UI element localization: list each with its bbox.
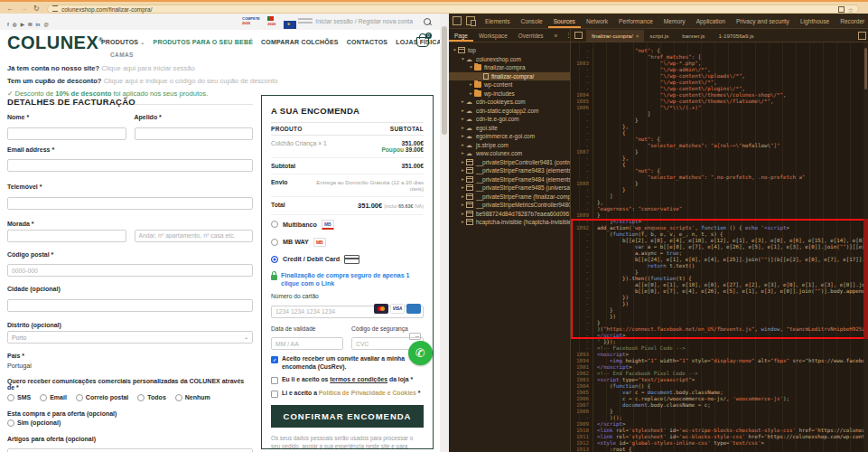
file-tree-item[interactable]: ▾finalizar-compra <box>449 63 570 72</box>
file-tree-item[interactable]: ▸__privateStripeFrame9484 (elements-inne… <box>449 175 570 184</box>
file-tree-item[interactable]: ▸egoi.site <box>449 124 570 133</box>
last-name-field[interactable] <box>135 127 254 140</box>
comms-radio[interactable]: SMS <box>7 394 31 401</box>
terms-checkbox[interactable]: Eu li e aceito os termos e condições da … <box>271 376 424 384</box>
site-logo[interactable]: COLUNEX® <box>7 33 103 53</box>
page-scrollbar[interactable] <box>440 14 449 452</box>
scrollbar-thumb[interactable] <box>864 48 867 89</box>
city-field[interactable] <box>7 299 253 312</box>
devtools-tab[interactable]: Memory <box>658 14 691 28</box>
comms-radio[interactable]: Todos <box>137 394 165 401</box>
comms-radio[interactable]: Nenhum <box>175 394 210 401</box>
address-field[interactable] <box>7 230 126 242</box>
devtools-tab[interactable]: Network <box>581 14 613 28</box>
privacy-checkbox[interactable]: Li e aceito a Política de Privacidade e … <box>271 390 424 398</box>
review-invite-checkbox[interactable]: ✓Aceito receber um convite avaliar a min… <box>271 355 424 371</box>
file-tree-item[interactable]: ▸__privateStripeFrame9485 (universal-lin… <box>449 184 570 193</box>
devtools-tab[interactable]: Recorder <box>835 14 868 28</box>
editor-overflow-icon[interactable] <box>858 32 866 40</box>
inspect-element-icon[interactable] <box>453 16 462 25</box>
payment-option[interactable]: MultibancoMB <box>271 215 424 233</box>
tree-node-icon <box>466 184 473 191</box>
devtools-tab[interactable]: Console <box>516 14 548 28</box>
comms-radio[interactable]: Email <box>40 394 67 401</box>
file-tree-item[interactable]: ▸__privateStripeController9481 (controll… <box>449 158 570 167</box>
close-icon[interactable]: × <box>636 33 639 39</box>
device-toolbar-icon[interactable] <box>466 16 475 25</box>
file-tree-item[interactable]: ▸wp-content <box>449 80 570 89</box>
nav-submenu-camas[interactable]: CAMAS <box>110 52 134 58</box>
bookmark-star-icon[interactable]: ☆ <box>848 7 854 14</box>
file-tree-item[interactable]: ▸cdn-te.e-goi.com <box>449 115 570 124</box>
file-tab[interactable]: script.js <box>644 30 677 42</box>
comms-radio[interactable]: Correio postal <box>76 394 128 401</box>
file-tree-item[interactable]: ▸wp-includes <box>449 89 570 99</box>
file-tree-item[interactable]: ▸cdn-cookieyes.com <box>449 98 570 107</box>
file-tree-item[interactable]: ▸js.stripe.com <box>449 141 570 150</box>
login-link[interactable]: Iniciar sessão / Registar nova conta <box>315 14 413 30</box>
file-tree-item[interactable]: ▸egoimmerce.e-goi.com <box>449 132 570 141</box>
forward-icon[interactable]: → <box>20 4 27 14</box>
devtools-tab[interactable]: Sources <box>548 14 581 28</box>
reload-icon[interactable]: ↻ <box>33 4 40 14</box>
file-tree-item[interactable]: ▸hcaptcha-invisible (hcaptcha-invisible-… <box>449 218 570 227</box>
col-subtotal: SUBTOTAL <box>390 126 424 132</box>
email-field[interactable] <box>7 159 253 172</box>
file-tree-item[interactable]: ▸__privateStripeFrame9483 (elements-inne… <box>449 166 570 175</box>
back-icon[interactable]: ← <box>6 4 14 14</box>
devtools-tab[interactable]: Application <box>691 14 731 28</box>
file-tree-item[interactable]: ▾colunexshop.com <box>449 55 570 64</box>
payment-option[interactable]: Credit / Debit Card <box>271 250 424 268</box>
gift-yes-radio[interactable]: Sim (opcional) <box>7 419 253 427</box>
tree-node-icon <box>466 176 473 183</box>
address2-field[interactable] <box>135 230 254 242</box>
privacy-link[interactable]: Política de Privacidade e Cookies <box>319 390 416 396</box>
code-editor[interactable]: - "not": {- "href_matches": [1883 "\/wp-… <box>571 42 868 452</box>
navigator-tab[interactable]: Page <box>449 30 473 42</box>
district-select[interactable]: Porto⌄ <box>7 331 253 344</box>
postcode-field[interactable] <box>7 264 253 277</box>
devtools-tab[interactable]: Lighthouse <box>795 14 835 28</box>
file-tab[interactable]: finalizar-compra/× <box>586 30 644 42</box>
file-tree-item[interactable]: finalizar-compra/ <box>449 72 570 81</box>
gift-items-field[interactable] <box>7 448 253 452</box>
scrollbar-thumb[interactable] <box>442 26 447 135</box>
expiry-field[interactable] <box>271 337 343 350</box>
file-tree-item[interactable]: ▸__privateStripeMetricsController9480 (m… <box>449 201 570 210</box>
navigator-tab[interactable]: Overrides <box>513 30 549 42</box>
devtools-tab[interactable]: Elements <box>480 14 516 28</box>
coupon-toggle-link[interactable]: Clique aqui e indique o código do seu cu… <box>104 77 278 85</box>
file-tree-item[interactable]: ▾top <box>449 46 570 55</box>
file-tree-item[interactable]: ▸be988724d84d78287b7eaea60d0967d8 (final… <box>449 210 570 219</box>
nav-item[interactable]: COMPARAR COLCHÕES <box>261 39 339 45</box>
terms-link[interactable]: termos e condições <box>330 376 387 382</box>
phone-field[interactable] <box>7 197 253 210</box>
cart-icon[interactable]: 0 <box>416 37 429 47</box>
tree-arrow-icon: ▸ <box>468 89 474 99</box>
code-line: -<!-- Facebook Pixel Code --> <box>571 345 868 352</box>
address-bar[interactable]: colunexshop.com/finalizar-compra/ ☆ <box>47 5 859 14</box>
file-tab[interactable]: banner.js <box>677 30 713 42</box>
navigator-tab[interactable]: Workspace <box>473 30 513 42</box>
login-toggle-link[interactable]: Clique aqui para iniciar sessão <box>101 64 194 72</box>
confirm-order-button[interactable]: CONFIRMAR ENCOMENDA <box>271 405 424 428</box>
translate-icon[interactable] <box>838 6 845 13</box>
devtools-tab[interactable]: Performance <box>613 14 658 28</box>
file-tab[interactable]: 1-197056a9.js <box>713 30 761 42</box>
site-settings-icon[interactable] <box>52 5 58 12</box>
navigator-tab-bar: PageWorkspaceOverrides» ⋮ <box>449 29 571 42</box>
search-icon[interactable] <box>424 18 431 25</box>
file-tree-item[interactable]: ▸__privateStripeFrame (finalizar-compra/… <box>449 193 570 202</box>
file-tree-item[interactable]: ▸cdn-static.egoiapp2.com <box>449 107 570 116</box>
nav-item[interactable]: PRODUTOS ⌄ <box>101 39 145 45</box>
editor-scrollbar[interactable] <box>863 42 868 452</box>
whatsapp-button[interactable]: ✆ <box>408 341 433 365</box>
first-name-field[interactable] <box>7 127 126 140</box>
toggle-navigator-icon[interactable] <box>574 32 583 39</box>
navigator-tab[interactable]: » <box>549 30 564 42</box>
devtools-tab[interactable]: Privacy and security <box>731 14 795 28</box>
nav-item[interactable]: CONTACTOS <box>347 39 388 45</box>
nav-item[interactable]: PRODUTOS PARA O SEU BEBÉ <box>154 39 253 45</box>
payment-option[interactable]: MB WAYMB <box>271 233 424 250</box>
file-tree-item[interactable]: ▸www.colunex.com <box>449 149 570 158</box>
